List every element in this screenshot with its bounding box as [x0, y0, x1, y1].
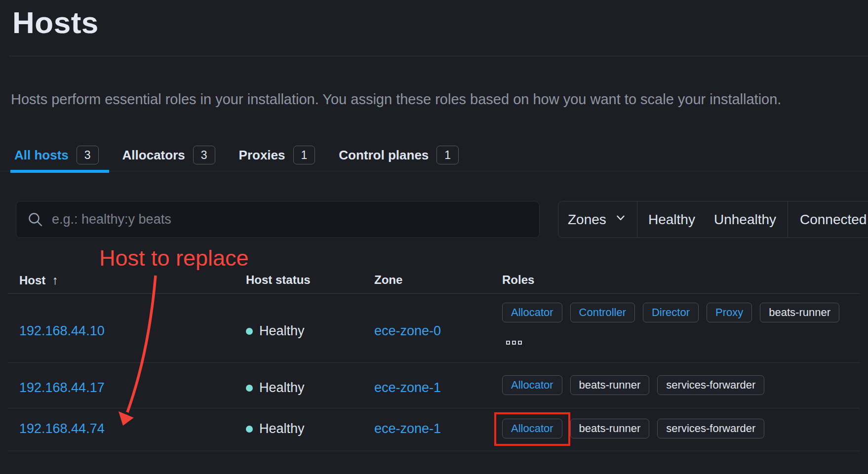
boxes-horizontal-icon — [506, 341, 510, 345]
host-status: Healthy — [246, 323, 305, 339]
role-badge-highlighted[interactable]: Allocator — [502, 419, 562, 438]
health-dot-icon — [246, 426, 253, 433]
column-header-host[interactable]: Host↑ — [19, 273, 58, 287]
roles-cell: AllocatorControllerDirectorProxybeats-ru… — [502, 303, 855, 346]
health-dot-icon — [246, 328, 253, 335]
role-badge[interactable]: Allocator — [502, 303, 562, 322]
tab-proxies[interactable]: Proxies 1 — [239, 146, 316, 165]
host-status-label: Healthy — [259, 421, 305, 436]
search-icon — [27, 211, 44, 228]
tabbar-bottom-border — [0, 171, 868, 171]
sort-ascending-icon: ↑ — [52, 273, 58, 287]
filter-group: Zones Healthy Unhealthy Connected — [558, 201, 868, 238]
host-status: Healthy — [246, 380, 305, 395]
table-row: 192.168.44.10Healthyece-zone-0AllocatorC… — [8, 294, 860, 363]
boxes-horizontal-icon — [512, 341, 516, 345]
host-link[interactable]: 192.168.44.10 — [19, 323, 105, 339]
hosts-page: Hosts Hosts perform essential roles in y… — [0, 0, 868, 474]
filter-connected-button[interactable]: Connected — [788, 201, 867, 237]
search-box — [16, 201, 540, 238]
tab-all-hosts[interactable]: All hosts 3 — [14, 146, 99, 165]
roles-cell: Allocatorbeats-runnerservices-forwarder — [502, 419, 855, 438]
host-status: Healthy — [246, 421, 305, 436]
table-row: 192.168.44.17Healthyece-zone-1Allocatorb… — [8, 363, 860, 408]
tab-label: All hosts — [14, 148, 69, 163]
search-input[interactable] — [52, 201, 539, 237]
boxes-horizontal-icon — [518, 341, 522, 345]
tab-label: Control planes — [339, 148, 429, 163]
zones-filter-dropdown[interactable]: Zones — [558, 201, 637, 237]
host-status-label: Healthy — [259, 380, 305, 395]
filter-unhealthy-button[interactable]: Unhealthy — [711, 201, 788, 237]
host-link[interactable]: 192.168.44.74 — [19, 421, 105, 436]
tab-label: Allocators — [122, 148, 185, 163]
tab-control-planes[interactable]: Control planes 1 — [339, 146, 459, 165]
page-description: Hosts perform essential roles in your in… — [11, 91, 868, 108]
host-link[interactable]: 192.168.44.17 — [19, 380, 105, 395]
host-status-label: Healthy — [259, 323, 305, 339]
tab-count-badge: 3 — [193, 146, 215, 165]
health-dot-icon — [246, 385, 253, 392]
role-badge[interactable]: Proxy — [707, 303, 752, 322]
zones-filter-label: Zones — [568, 212, 606, 228]
role-badge[interactable]: beats-runner — [570, 419, 650, 438]
role-badge-row: Allocatorbeats-runnerservices-forwarder — [502, 375, 855, 395]
zone-link[interactable]: ece-zone-1 — [374, 421, 441, 436]
role-badge[interactable]: services-forwarder — [657, 419, 764, 438]
role-badge-row: Allocatorbeats-runnerservices-forwarder — [502, 419, 855, 438]
tab-count-badge: 1 — [436, 146, 459, 165]
role-badge[interactable]: Director — [643, 303, 699, 322]
zone-link[interactable]: ece-zone-1 — [374, 380, 441, 395]
column-header-zone: Zone — [374, 273, 402, 287]
tab-count-badge: 1 — [293, 146, 316, 165]
page-title: Hosts — [12, 5, 99, 40]
tab-bar: All hosts 3 Allocators 3 Proxies 1 Contr… — [14, 142, 459, 168]
tab-count-badge: 3 — [77, 146, 99, 165]
chevron-down-icon — [614, 211, 627, 228]
role-badge[interactable]: services-forwarder — [657, 375, 764, 395]
tab-label: Proxies — [239, 148, 285, 163]
column-header-host-status: Host status — [246, 273, 311, 287]
column-header-roles: Roles — [502, 273, 534, 287]
title-divider — [9, 56, 868, 56]
role-badge[interactable]: beats-runner — [570, 375, 650, 395]
table-row: 192.168.44.74Healthyece-zone-1Allocatorb… — [8, 408, 860, 451]
role-badge[interactable]: Allocator — [502, 375, 562, 395]
expand-roles-button[interactable] — [505, 340, 523, 346]
zone-link[interactable]: ece-zone-0 — [374, 323, 441, 339]
role-badge[interactable]: beats-runner — [760, 303, 839, 322]
tab-allocators[interactable]: Allocators 3 — [122, 146, 215, 165]
role-badge[interactable]: Controller — [570, 303, 635, 322]
annotation-host-to-replace: Host to replace — [99, 245, 249, 271]
role-badge-row: AllocatorControllerDirectorProxybeats-ru… — [502, 303, 855, 322]
roles-cell: Allocatorbeats-runnerservices-forwarder — [502, 375, 855, 395]
active-tab-underline — [10, 170, 109, 173]
filter-healthy-button[interactable]: Healthy — [637, 201, 711, 237]
